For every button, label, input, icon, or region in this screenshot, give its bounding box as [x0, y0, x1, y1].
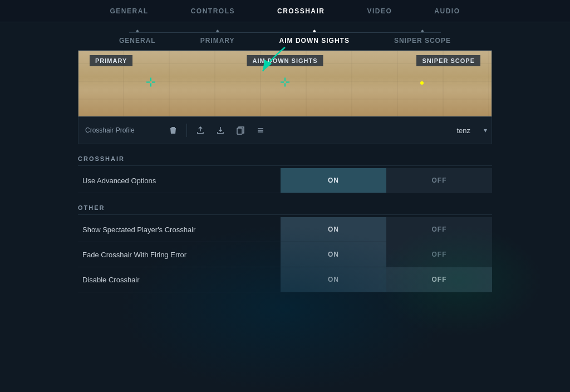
fade-crosshair-on[interactable]: On — [281, 242, 386, 267]
sub-nav-sniper[interactable]: SNIPER SCOPE — [394, 29, 451, 45]
fade-crosshair-toggle: On Off — [281, 242, 492, 267]
nav-audio[interactable]: AUDIO — [430, 5, 464, 17]
crosshair-section-header: CROSSHAIR — [78, 155, 492, 166]
section-other: OTHER Show Spectated Player's Crosshair … — [78, 204, 492, 292]
toolbar-label: Crosshair Profile — [78, 126, 162, 134]
use-advanced-options-on[interactable]: On — [281, 168, 386, 193]
sub-nav-ads[interactable]: AIM DOWN SIGHTS — [279, 29, 350, 45]
show-spectated-label: Show Spectated Player's Crosshair — [78, 226, 281, 234]
use-advanced-options-label: Use Advanced Options — [78, 177, 281, 185]
show-spectated-toggle: On Off — [281, 217, 492, 242]
row-fade-crosshair: Fade Crosshair With Firing Error On Off — [78, 242, 492, 267]
use-advanced-options-toggle: On Off — [281, 168, 492, 193]
disable-crosshair-off[interactable]: Off — [386, 267, 492, 292]
section-crosshair: CROSSHAIR Use Advanced Options On Off — [78, 155, 492, 193]
nav-crosshair[interactable]: CROSSHAIR — [273, 5, 330, 17]
svg-point-8 — [420, 81, 424, 85]
profile-select[interactable]: tenz — [372, 124, 484, 137]
nav-general[interactable]: GENERAL — [105, 5, 153, 17]
export-button[interactable] — [191, 121, 209, 139]
crosshair-toolbar: Crosshair Profile — [78, 117, 492, 144]
sub-nav-general[interactable]: GENERAL — [119, 29, 156, 45]
row-disable-crosshair: Disable Crosshair On Off — [78, 267, 492, 292]
import-button[interactable] — [212, 121, 229, 139]
crosshair-sniper — [419, 80, 425, 87]
svg-rect-10 — [237, 128, 242, 134]
sub-nav-line — [129, 32, 441, 33]
preview-label-primary: PRIMARY — [90, 55, 132, 66]
fade-crosshair-label: Fade Crosshair With Firing Error — [78, 251, 281, 259]
preview-label-sniper: SNIPER SCOPE — [416, 55, 480, 66]
crosshair-ads — [279, 77, 291, 91]
show-spectated-on[interactable]: On — [281, 217, 386, 242]
main-content: PRIMARY AIM DOWN SIGHTS SNIPER SCOPE — [0, 50, 570, 292]
row-use-advanced-options: Use Advanced Options On Off — [78, 168, 492, 193]
profile-select-container: tenz — [272, 124, 492, 137]
crosshair-preview: PRIMARY AIM DOWN SIGHTS SNIPER SCOPE — [78, 50, 492, 117]
copy-button[interactable] — [232, 121, 249, 139]
toolbar-divider — [186, 124, 187, 137]
sub-navigation: GENERAL PRIMARY AIM DOWN SIGHTS SNIPER S… — [78, 22, 492, 45]
use-advanced-options-off[interactable]: Off — [386, 168, 492, 193]
top-navigation: GENERAL CONTROLS CROSSHAIR VIDEO AUDIO — [0, 0, 570, 22]
disable-crosshair-label: Disable Crosshair — [78, 276, 281, 284]
disable-crosshair-toggle: On Off — [281, 267, 492, 292]
nav-controls[interactable]: CONTROLS — [186, 5, 239, 17]
other-section-header: OTHER — [78, 204, 492, 215]
show-spectated-off[interactable]: Off — [386, 217, 492, 242]
row-show-spectated: Show Spectated Player's Crosshair On Off — [78, 217, 492, 242]
sub-nav-primary[interactable]: PRIMARY — [200, 29, 235, 45]
nav-video[interactable]: VIDEO — [363, 5, 397, 17]
list-button[interactable] — [252, 121, 269, 139]
preview-label-ads: AIM DOWN SIGHTS — [247, 55, 323, 66]
delete-button[interactable] — [164, 121, 182, 139]
disable-crosshair-on[interactable]: On — [281, 267, 386, 292]
fade-crosshair-off[interactable]: Off — [386, 242, 492, 267]
profile-select-wrapper: tenz — [372, 124, 487, 137]
crosshair-primary — [145, 77, 156, 91]
